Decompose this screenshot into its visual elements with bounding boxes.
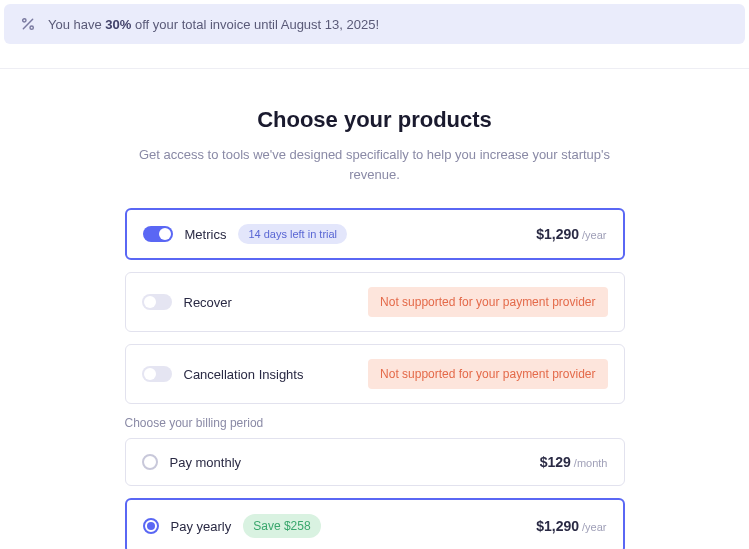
radio-yearly[interactable]	[143, 518, 159, 534]
billing-option-yearly[interactable]: Pay yearly Save $258 $1,290/year	[125, 498, 625, 549]
svg-point-2	[30, 26, 33, 29]
banner-text: You have 30% off your total invoice unti…	[48, 17, 379, 32]
discount-banner: You have 30% off your total invoice unti…	[4, 4, 745, 44]
percent-icon	[18, 14, 38, 34]
radio-monthly[interactable]	[142, 454, 158, 470]
product-name: Cancellation Insights	[184, 367, 304, 382]
billing-option-monthly[interactable]: Pay monthly $129/month	[125, 438, 625, 486]
billing-option-label: Pay monthly	[170, 455, 242, 470]
unsupported-badge: Not supported for your payment provider	[368, 359, 607, 389]
toggle-cancellation-insights[interactable]	[142, 366, 172, 382]
product-card-recover[interactable]: Recover Not supported for your payment p…	[125, 272, 625, 332]
toggle-metrics[interactable]	[143, 226, 173, 242]
product-card-cancellation-insights[interactable]: Cancellation Insights Not supported for …	[125, 344, 625, 404]
svg-line-0	[23, 19, 32, 28]
billing-price: $1,290/year	[536, 517, 606, 535]
page-subtitle: Get access to tools we've designed speci…	[125, 145, 625, 184]
trial-badge: 14 days left in trial	[238, 224, 347, 244]
divider	[0, 68, 749, 69]
save-badge: Save $258	[243, 514, 320, 538]
svg-point-1	[23, 19, 26, 22]
unsupported-badge: Not supported for your payment provider	[368, 287, 607, 317]
product-name: Metrics	[185, 227, 227, 242]
product-name: Recover	[184, 295, 232, 310]
product-card-metrics[interactable]: Metrics 14 days left in trial $1,290/yea…	[125, 208, 625, 260]
billing-price: $129/month	[540, 453, 608, 471]
toggle-recover[interactable]	[142, 294, 172, 310]
billing-section-label: Choose your billing period	[125, 416, 625, 430]
billing-option-label: Pay yearly	[171, 519, 232, 534]
product-price: $1,290/year	[536, 225, 606, 243]
page-title: Choose your products	[125, 107, 625, 133]
